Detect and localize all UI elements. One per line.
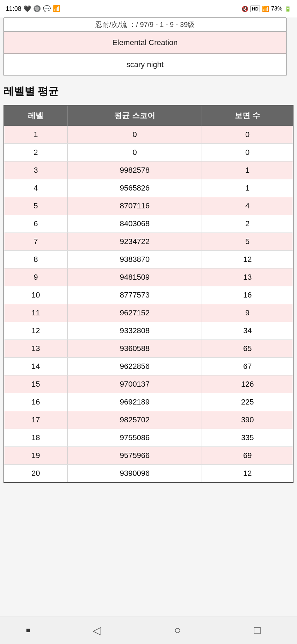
cell-score: 9565826 <box>67 179 202 197</box>
table-row: 20939009612 <box>4 465 293 482</box>
table-row: 169692189225 <box>4 393 293 411</box>
status-bar: 11:08 🖤 🔘 💬 📶 🔇 HD 📶 73% 🔋 <box>0 0 297 17</box>
cell-score: 9481509 <box>67 269 202 286</box>
cell-views: 1 <box>202 179 293 197</box>
cell-views: 4 <box>202 197 293 215</box>
table-row: 179825702390 <box>4 411 293 429</box>
section-title: 레벨별 평균 <box>3 84 294 99</box>
cell-level: 17 <box>4 411 67 429</box>
elemental-creation-row: Elemental Creation <box>4 32 286 54</box>
table-row: 200 <box>4 144 293 162</box>
cell-views: 2 <box>202 215 293 233</box>
col-score: 평균 스코어 <box>67 106 202 126</box>
level-table: 레벨 평균 스코어 보면 수 1002003998257814956582615… <box>4 106 293 482</box>
cell-score: 9755086 <box>67 429 202 447</box>
battery-text: 73% <box>271 6 282 12</box>
cell-score: 9360588 <box>67 340 202 358</box>
table-row: 100 <box>4 126 293 144</box>
nav-home-button[interactable]: ○ <box>164 620 191 640</box>
top-card: 忍耐/次/流 ：/ 97/9 - 1 - 9 - 39级 Elemental C… <box>3 17 287 76</box>
cell-score: 9825702 <box>67 411 202 429</box>
scary-night-row: scary night <box>4 54 286 76</box>
cell-views: 16 <box>202 286 293 304</box>
cell-score: 9383870 <box>67 251 202 269</box>
cell-level: 15 <box>4 375 67 393</box>
cell-level: 9 <box>4 269 67 286</box>
cell-level: 8 <box>4 251 67 269</box>
table-row: 159700137126 <box>4 375 293 393</box>
table-row: 495658261 <box>4 179 293 197</box>
table-row: 684030682 <box>4 215 293 233</box>
cell-level: 5 <box>4 197 67 215</box>
cell-level: 11 <box>4 304 67 322</box>
heart-icon: 🖤 <box>23 5 31 13</box>
circle-icon: 🔘 <box>33 5 41 13</box>
cell-score: 9627152 <box>67 304 202 322</box>
table-row: 9948150913 <box>4 269 293 286</box>
table-row: 1196271529 <box>4 304 293 322</box>
nav-recent-button[interactable]: □ <box>243 620 271 640</box>
cell-level: 13 <box>4 340 67 358</box>
cell-score: 8403068 <box>67 215 202 233</box>
cell-level: 12 <box>4 322 67 340</box>
truncated-row: 忍耐/次/流 ：/ 97/9 - 1 - 9 - 39级 <box>4 18 286 32</box>
table-row: 8938387012 <box>4 251 293 269</box>
table-row: 12933280834 <box>4 322 293 340</box>
cell-views: 67 <box>202 358 293 375</box>
cell-score: 0 <box>67 144 202 162</box>
hd-icon: HD <box>251 6 260 12</box>
nav-back-button[interactable]: ◁ <box>82 620 112 641</box>
time-display: 11:08 <box>6 5 21 13</box>
table-header-row: 레벨 평균 스코어 보면 수 <box>4 106 293 126</box>
cell-views: 0 <box>202 144 293 162</box>
cell-views: 335 <box>202 429 293 447</box>
cell-views: 13 <box>202 269 293 286</box>
cell-views: 0 <box>202 126 293 144</box>
bottom-nav: ■ ◁ ○ □ <box>0 616 297 644</box>
col-level: 레벨 <box>4 106 67 126</box>
cell-level: 3 <box>4 162 67 179</box>
cell-score: 9700137 <box>67 375 202 393</box>
cell-views: 9 <box>202 304 293 322</box>
cell-views: 390 <box>202 411 293 429</box>
battery-icon: 🔋 <box>284 6 291 12</box>
cell-level: 16 <box>4 393 67 411</box>
cell-score: 9692189 <box>67 393 202 411</box>
cell-level: 18 <box>4 429 67 447</box>
cell-views: 1 <box>202 162 293 179</box>
cell-views: 69 <box>202 447 293 465</box>
cell-level: 7 <box>4 233 67 251</box>
cell-level: 1 <box>4 126 67 144</box>
cell-level: 6 <box>4 215 67 233</box>
col-views: 보면 수 <box>202 106 293 126</box>
cell-views: 34 <box>202 322 293 340</box>
table-row: 10877757316 <box>4 286 293 304</box>
cell-score: 9982578 <box>67 162 202 179</box>
cell-score: 9390096 <box>67 465 202 482</box>
cell-level: 4 <box>4 179 67 197</box>
cell-score: 9332808 <box>67 322 202 340</box>
table-row: 13936058865 <box>4 340 293 358</box>
cell-level: 19 <box>4 447 67 465</box>
table-row: 792347225 <box>4 233 293 251</box>
wifi-icon: 📶 <box>262 6 269 12</box>
cell-level: 14 <box>4 358 67 375</box>
mute-icon: 🔇 <box>241 6 248 12</box>
talk-icon: 💬 <box>43 5 51 13</box>
table-row: 587071164 <box>4 197 293 215</box>
cell-views: 12 <box>202 251 293 269</box>
cell-views: 65 <box>202 340 293 358</box>
cell-score: 9575966 <box>67 447 202 465</box>
cell-score: 8777573 <box>67 286 202 304</box>
signal-icon: 📶 <box>53 5 60 13</box>
table-container: 레벨 평균 스코어 보면 수 1002003998257814956582615… <box>3 105 294 483</box>
table-row: 19957596669 <box>4 447 293 465</box>
table-row: 399825781 <box>4 162 293 179</box>
cell-level: 10 <box>4 286 67 304</box>
cell-score: 8707116 <box>67 197 202 215</box>
cell-views: 12 <box>202 465 293 482</box>
table-row: 189755086335 <box>4 429 293 447</box>
cell-views: 126 <box>202 375 293 393</box>
nav-square-icon: ■ <box>26 626 30 634</box>
cell-score: 0 <box>67 126 202 144</box>
